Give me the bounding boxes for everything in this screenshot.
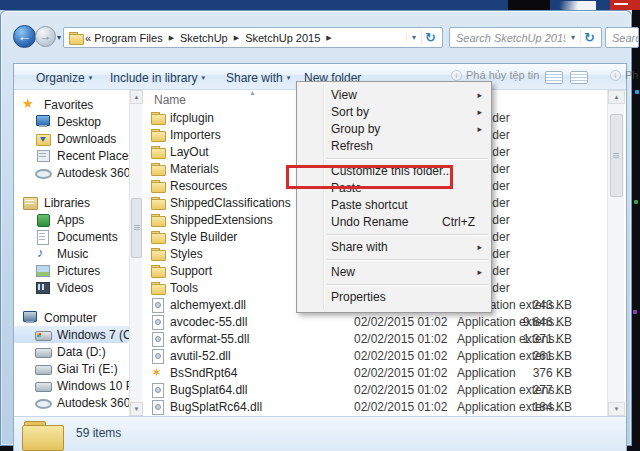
toolbar-button-share-with[interactable]: Share with▾ <box>226 69 290 86</box>
scrollbar-thumb[interactable] <box>131 198 142 258</box>
details-view-icon[interactable] <box>570 71 588 84</box>
sidebar-item-autodesk-360[interactable]: Autodesk 360 <box>14 394 129 411</box>
translation-overlay-right: i Ph <box>610 69 638 81</box>
scroll-down-icon[interactable]: ▼ <box>608 402 625 416</box>
sidebar-item-pictures[interactable]: Pictures <box>14 262 129 279</box>
sidebar-item-autodesk-360[interactable]: Autodesk 360 <box>14 164 129 181</box>
scrollbar-thumb[interactable] <box>610 114 623 197</box>
date-modified: 02/02/2015 01:02 <box>354 349 447 363</box>
star-icon <box>22 98 38 111</box>
breadcrumb: « Program Files▶SketchUp▶SketchUp 2015▶ <box>84 32 406 44</box>
table-row[interactable]: avutil-52.dll02/02/2015 01:02Application… <box>142 347 607 364</box>
breadcrumb-segment[interactable]: SketchUp 2015 <box>245 32 320 44</box>
dll-icon <box>150 400 166 413</box>
folder-icon <box>150 162 166 175</box>
history-dropdown-icon[interactable]: ▾ <box>57 33 61 42</box>
table-row[interactable]: BugSplatRc64.dll02/02/2015 01:02Applicat… <box>142 398 607 415</box>
file-name: ShippedClassifications <box>170 196 291 210</box>
breadcrumb-segment[interactable]: « Program Files <box>85 32 163 44</box>
sidebar-section-libraries[interactable]: Libraries <box>14 194 129 211</box>
menu-item-properties[interactable]: Properties <box>297 289 491 306</box>
secondary-search-input[interactable]: Search <box>605 27 639 48</box>
file-name: alchemyext.dll <box>170 298 246 312</box>
sidebar-scrollbar[interactable]: ▲ ▼ <box>129 90 142 416</box>
sidebar-item-windows-10-pro[interactable]: Windows 10 Pro <box>14 377 129 394</box>
table-row[interactable]: BugSplat64.dll02/02/2015 01:02Applicatio… <box>142 381 607 398</box>
background-fragment <box>556 1 596 10</box>
toolbar-button-organize[interactable]: Organize▾ <box>36 69 92 86</box>
computer-icon <box>22 311 38 324</box>
file-list-scrollbar[interactable]: ▲ ▼ <box>607 90 624 416</box>
submenu-arrow-icon: ▸ <box>477 104 482 121</box>
file-name: BsSndRpt64 <box>170 366 237 380</box>
toolbar-button-include-in-library[interactable]: Include in library▾ <box>110 69 205 86</box>
sidebar-item-music[interactable]: Music <box>14 245 129 262</box>
address-dropdown-icon[interactable]: ▾ <box>406 33 421 42</box>
file-name: BugSplat64.dll <box>170 383 247 397</box>
translation-overlay: i Phá hủy tệp tin <box>451 69 539 81</box>
sidebar-item-windows-7-c-[interactable]: Windows 7 (C:) <box>14 326 129 343</box>
search-input[interactable]: Search SketchUp 2015 ▾ ↻ <box>449 27 602 48</box>
menu-item-sort-by[interactable]: Sort by▸ <box>297 104 491 121</box>
sidebar-item-downloads[interactable]: Downloads <box>14 130 129 147</box>
back-button[interactable]: ← <box>13 25 36 48</box>
downloads-icon <box>35 132 51 145</box>
file-name: Importers <box>170 128 221 142</box>
menu-item-view[interactable]: View▸ <box>297 87 491 104</box>
sidebar-item-apps[interactable]: Apps <box>14 211 129 228</box>
sidebar-section-favorites[interactable]: Favorites <box>14 96 129 113</box>
submenu-arrow-icon: ▸ <box>477 239 482 256</box>
sidebar-section-computer[interactable]: Computer <box>14 309 129 326</box>
sidebar-item-desktop[interactable]: Desktop <box>14 113 129 130</box>
breadcrumb-segment[interactable]: SketchUp <box>180 32 228 44</box>
explorer-window: ← → ▾ « Program Files▶SketchUp▶SketchUp … <box>0 10 632 446</box>
menu-item-share-with[interactable]: Share with▸ <box>297 239 491 256</box>
monitor-icon <box>35 115 51 128</box>
sort-ascending-icon: ▲ <box>249 89 256 96</box>
info-icon: i <box>610 70 621 81</box>
table-row[interactable]: avcodec-55.dll02/02/2015 01:02Applicatio… <box>142 313 607 330</box>
background-fragment <box>508 0 550 10</box>
breadcrumb-separator-icon: ▶ <box>169 34 174 42</box>
menu-item-paste-shortcut[interactable]: Paste shortcut <box>297 197 491 214</box>
menu-separator <box>297 231 491 239</box>
table-row[interactable]: avformat-55.dll02/02/2015 01:02Applicati… <box>142 330 607 347</box>
scroll-up-icon[interactable]: ▲ <box>608 90 625 104</box>
submenu-arrow-icon: ▸ <box>477 264 482 281</box>
file-name: ifcplugin <box>170 111 214 125</box>
name-column-header[interactable]: Name <box>154 93 186 107</box>
sidebar-item-documents[interactable]: Documents <box>14 228 129 245</box>
list-view-icon[interactable] <box>545 71 563 84</box>
refresh-icon[interactable]: ↻ <box>421 30 442 45</box>
drive-icon <box>35 362 51 375</box>
libraries-icon <box>22 196 38 209</box>
menu-item-undo-rename[interactable]: Undo RenameCtrl+Z <box>297 214 491 231</box>
menu-item-refresh[interactable]: Refresh <box>297 138 491 155</box>
chevron-down-icon: ▾ <box>287 74 291 82</box>
menu-separator <box>297 281 491 289</box>
folder-icon <box>68 31 84 44</box>
date-modified: 02/02/2015 01:02 <box>354 315 447 329</box>
folder-icon <box>150 145 166 158</box>
breadcrumb-separator-icon: ▶ <box>234 34 239 42</box>
search-refresh-icon[interactable]: ↻ <box>580 30 601 45</box>
table-row[interactable]: BsSndRpt6402/02/2015 01:02Application376… <box>142 364 607 381</box>
shortcut-label: Ctrl+Z <box>442 214 475 231</box>
search-dropdown-icon[interactable]: ▾ <box>565 33 580 42</box>
menu-item-group-by[interactable]: Group by▸ <box>297 121 491 138</box>
forward-button[interactable]: → <box>35 26 56 47</box>
sidebar-item-videos[interactable]: Videos <box>14 279 129 296</box>
menu-separator <box>297 256 491 264</box>
file-name: Resources <box>170 179 227 193</box>
address-bar[interactable]: « Program Files▶SketchUp▶SketchUp 2015▶ … <box>63 27 443 48</box>
drive-icon <box>35 345 51 358</box>
chevron-down-icon: ▾ <box>89 74 93 82</box>
date-modified: 02/02/2015 01:02 <box>354 400 447 414</box>
sidebar-item-recent-places[interactable]: Recent Places <box>14 147 129 164</box>
sidebar-item-data-d-[interactable]: Data (D:) <box>14 343 129 360</box>
breadcrumb-separator-icon: ▶ <box>326 34 331 42</box>
sidebar-item-giai-tri-e-[interactable]: Giai Tri (E:) <box>14 360 129 377</box>
os-drive-icon <box>35 328 51 341</box>
menu-item-new[interactable]: New▸ <box>297 264 491 281</box>
dll-icon <box>150 332 166 345</box>
